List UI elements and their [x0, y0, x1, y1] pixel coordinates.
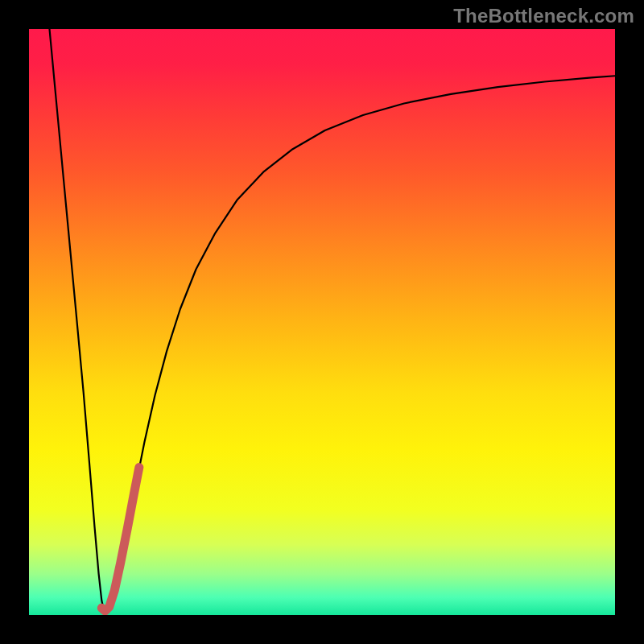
chart-svg: [29, 29, 615, 615]
watermark-text: TheBottleneck.com: [453, 5, 634, 27]
gradient-background: [29, 29, 615, 615]
plot-area: [29, 29, 615, 615]
chart-frame: TheBottleneck.com: [0, 0, 644, 644]
